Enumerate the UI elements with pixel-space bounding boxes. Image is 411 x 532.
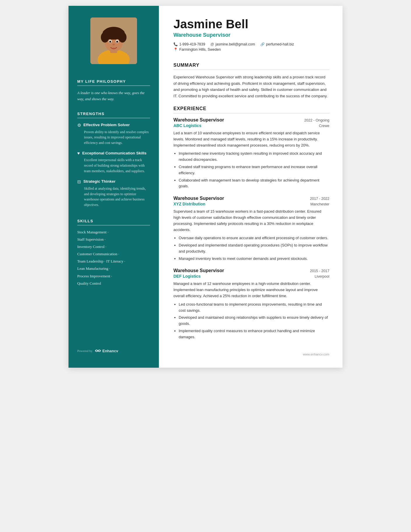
bullet-2-2: Developed and implemented standard opera… — [179, 242, 329, 255]
exp-entry-2: Warehouse Supervisor 2017 - 2022 XYZ Dis… — [173, 196, 329, 262]
strength-title-row-1: ⚙ Effective Problem Solver — [77, 122, 150, 128]
website-icon: 🔗 — [260, 42, 265, 46]
strength-title-1: Effective Problem Solver — [83, 122, 130, 128]
strategic-thinker-icon: ⊟ — [77, 179, 81, 184]
phone-text: 1-999-419-7839 — [179, 42, 205, 46]
exp-bullets-3: Led cross-functional teams to implement … — [173, 302, 329, 340]
avatar — [90, 17, 137, 64]
footer-website: www.enhancv.com — [303, 353, 329, 356]
strength-desc-3: Skilled at analyzing data, identifying t… — [77, 186, 150, 207]
svg-point-7 — [103, 29, 113, 37]
exp-date-1: 2022 - Ongoing — [304, 118, 329, 122]
skills-section: SKILLS Stock Management · Staff Supervis… — [68, 216, 159, 291]
location-icon: 📍 — [173, 47, 178, 52]
philosophy-title: MY LIFE PHILOSOPHY — [77, 79, 150, 86]
exp-entry-3: Warehouse Supervisor 2015 - 2017 DEF Log… — [173, 268, 329, 340]
summary-title: SUMMARY — [173, 63, 329, 70]
experience-title: EXPERIENCE — [173, 106, 329, 113]
strength-item-3: ⊟ Strategic Thinker Skilled at analyzing… — [77, 179, 150, 207]
exp-header-2: Warehouse Supervisor 2017 - 2022 — [173, 196, 329, 201]
exp-company-2: XYZ Distribution — [173, 202, 205, 206]
bullet-2-1: Oversaw daily operations to ensure accur… — [179, 235, 329, 241]
enhancv-logo: Enhancv — [95, 349, 118, 353]
bullet-1-1: Implemented new inventory tracking syste… — [179, 151, 329, 163]
svg-point-13 — [113, 44, 115, 45]
exp-job-title-1: Warehouse Supervisor — [173, 117, 224, 123]
sidebar-footer: Powered by Enhancv — [68, 343, 159, 356]
exp-entry-1: Warehouse Supervisor 2022 - Ongoing ABC … — [173, 117, 329, 189]
exp-desc-2: Supervised a team of 15 warehouse worker… — [173, 209, 329, 233]
bullet-3-2: Developed and maintained strong relation… — [179, 315, 329, 327]
exp-header-3: Warehouse Supervisor 2015 - 2017 — [173, 268, 329, 273]
contact-row-1: 📞 1-999-419-7839 @ jasmine.bell@gmail.co… — [173, 42, 329, 46]
exp-location-2: Manchester — [310, 202, 329, 206]
exp-company-row-3: DEF Logistics Liverpool — [173, 274, 329, 279]
email-icon: @ — [210, 42, 214, 46]
strengths-section: STRENGTHS ⚙ Effective Problem Solver Pro… — [68, 105, 159, 216]
bullet-3-1: Led cross-functional teams to implement … — [179, 302, 329, 314]
strength-title-row-3: ⊟ Strategic Thinker — [77, 179, 150, 184]
exp-date-3: 2015 - 2017 — [310, 269, 329, 273]
skill-item-4: Customer Communication · — [77, 251, 150, 257]
exp-company-1: ABC Logistics — [173, 123, 201, 128]
exp-bullets-1: Implemented new inventory tracking syste… — [173, 151, 329, 189]
exp-date-2: 2017 - 2022 — [310, 197, 329, 201]
skill-item-1: Stock Management · — [77, 230, 150, 235]
skills-title: SKILLS — [77, 219, 150, 226]
sidebar: MY LIFE PHILOSOPHY A leader is one who k… — [68, 6, 159, 368]
exp-location-3: Liverpool — [315, 274, 329, 279]
bullet-1-3: Collaborated with management team to dev… — [179, 177, 329, 190]
philosophy-section: MY LIFE PHILOSOPHY A leader is one who k… — [68, 73, 159, 105]
strength-title-row-2: ♥ Exceptional Communication Skills — [77, 151, 150, 156]
strength-desc-1: Proven ability to identify and resolve c… — [77, 129, 150, 146]
main-footer: www.enhancv.com — [173, 347, 329, 356]
strength-desc-2: Excellent interpersonal skills with a tr… — [77, 157, 150, 174]
skill-item-7: Process Improvement · — [77, 274, 150, 279]
exp-desc-1: Led a team of 10 warehouse employees to … — [173, 130, 329, 148]
exp-location-1: Crewe — [319, 124, 329, 128]
exp-desc-3: Managed a team of 12 warehouse employees… — [173, 281, 329, 299]
exp-company-row-1: ABC Logistics Crewe — [173, 123, 329, 128]
exp-header-1: Warehouse Supervisor 2022 - Ongoing — [173, 117, 329, 123]
website-contact: 🔗 perfumed-hall.biz — [260, 42, 294, 46]
skill-item-5: Team Leadership · IT Literacy · — [77, 259, 150, 264]
summary-section: SUMMARY Experienced Warehouse Supervisor… — [173, 63, 329, 99]
strengths-title: STRENGTHS — [77, 112, 150, 118]
powered-by-label: Powered by — [77, 349, 92, 353]
summary-text: Experienced Warehouse Supervisor with st… — [173, 74, 329, 99]
philosophy-text: A leader is one who knows the way, goes … — [77, 90, 150, 102]
email-text: jasmine.bell@gmail.com — [215, 42, 255, 46]
skill-item-6: Lean Manufacturing · — [77, 266, 150, 271]
skill-item-2: Staff Supervision · — [77, 237, 150, 242]
problem-solver-icon: ⚙ — [77, 123, 81, 128]
bullet-1-2: Created staff training programs to enhan… — [179, 164, 329, 176]
contact-row-2: 📍 Farmington Hills, Sweden — [173, 47, 329, 52]
strength-item-2: ♥ Exceptional Communication Skills Excel… — [77, 151, 150, 174]
strength-title-2: Exceptional Communication Skills — [82, 151, 147, 156]
bullet-3-3: Implemented quality control measures to … — [179, 328, 329, 340]
experience-section: EXPERIENCE Warehouse Supervisor 2022 - O… — [173, 106, 329, 347]
svg-point-11 — [109, 41, 111, 43]
email-contact: @ jasmine.bell@gmail.com — [210, 42, 255, 46]
location-contact: 📍 Farmington Hills, Sweden — [173, 47, 221, 52]
exp-company-3: DEF Logistics — [173, 274, 201, 279]
photo-area — [68, 6, 159, 73]
exp-job-title-2: Warehouse Supervisor — [173, 196, 224, 201]
website-text: perfumed-hall.biz — [266, 42, 294, 46]
phone-contact: 📞 1-999-419-7839 — [173, 42, 205, 46]
svg-point-14 — [112, 47, 116, 49]
enhancv-text: Enhancv — [102, 349, 118, 353]
exp-company-row-2: XYZ Distribution Manchester — [173, 202, 329, 206]
strength-title-3: Strategic Thinker — [83, 179, 115, 184]
enhancv-icon — [95, 349, 101, 353]
exp-job-title-3: Warehouse Supervisor — [173, 268, 224, 273]
svg-point-12 — [116, 41, 118, 43]
phone-icon: 📞 — [173, 42, 178, 46]
bullet-2-3: Managed inventory levels to meet custome… — [179, 256, 329, 262]
skill-item-8: Quality Control — [77, 281, 150, 286]
strength-item-1: ⚙ Effective Problem Solver Proven abilit… — [77, 122, 150, 146]
skill-item-3: Inventory Control · — [77, 244, 150, 249]
name-title-area: Jasmine Bell Warehouse Supervisor 📞 1-99… — [173, 17, 329, 53]
main-content: Jasmine Bell Warehouse Supervisor 📞 1-99… — [159, 6, 342, 368]
job-title-header: Warehouse Supervisor — [173, 32, 329, 38]
